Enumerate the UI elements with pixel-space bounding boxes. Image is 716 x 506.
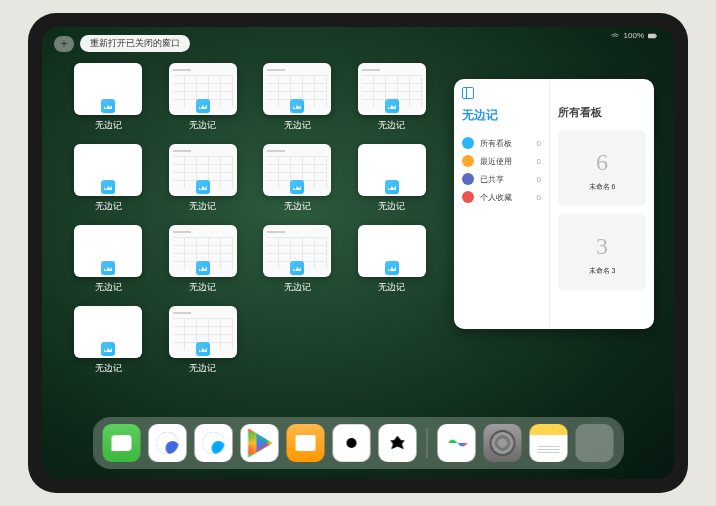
window-item[interactable]: 无边记: [70, 144, 147, 213]
window-thumbnail: [358, 144, 426, 196]
freeform-app-icon: [385, 261, 399, 275]
window-thumbnail: [358, 63, 426, 115]
dock-books-icon[interactable]: [287, 424, 325, 462]
screen: 100% + 重新打开已关闭的窗口 无边记无边记无边记无边记无边记无边记无边记无…: [42, 27, 674, 479]
dock-qq-hd-icon[interactable]: [149, 424, 187, 462]
window-thumbnail: [263, 63, 331, 115]
window-label: 无边记: [189, 281, 216, 294]
freeform-app-icon: [101, 180, 115, 194]
window-item[interactable]: 无边记: [259, 63, 336, 132]
nav-item[interactable]: 所有看板0: [462, 134, 541, 152]
freeform-app-icon: [196, 99, 210, 113]
battery-icon: [648, 33, 658, 39]
nav-icon: [462, 191, 474, 203]
board-thumbnail: 3: [584, 228, 620, 264]
panel-right-title: 所有看板: [558, 105, 646, 120]
freeform-app-icon: [385, 99, 399, 113]
sidebar-toggle-icon[interactable]: [462, 87, 474, 99]
window-item[interactable]: 无边记: [70, 306, 147, 375]
panel-content: 所有看板 6未命名 63未命名 3: [550, 79, 654, 329]
status-bar: 100%: [610, 31, 658, 40]
window-thumbnail: [358, 225, 426, 277]
freeform-app-icon: [385, 180, 399, 194]
dock-notes-icon[interactable]: [530, 424, 568, 462]
window-item[interactable]: 无边记: [70, 63, 147, 132]
window-item[interactable]: 无边记: [259, 144, 336, 213]
window-label: 无边记: [378, 281, 405, 294]
freeform-app-icon: [196, 180, 210, 194]
dock-qq-browser-icon[interactable]: [195, 424, 233, 462]
window-item[interactable]: 无边记: [259, 225, 336, 294]
nav-count: 0: [537, 175, 541, 184]
window-label: 无边记: [189, 200, 216, 213]
window-label: 无边记: [189, 119, 216, 132]
board-card[interactable]: 6未命名 6: [558, 130, 646, 206]
window-label: 无边记: [284, 281, 311, 294]
dock-dice-icon[interactable]: [333, 424, 371, 462]
window-thumbnail: [74, 144, 142, 196]
freeform-app-icon: [196, 261, 210, 275]
board-thumbnail: 6: [584, 144, 620, 180]
dock-play-video-icon[interactable]: [241, 424, 279, 462]
nav-count: 0: [537, 157, 541, 166]
panel-title: 无边记: [462, 107, 541, 124]
freeform-app-icon: [290, 99, 304, 113]
dock-freeform-icon[interactable]: [438, 424, 476, 462]
window-item[interactable]: 无边记: [354, 144, 431, 213]
battery-text: 100%: [624, 31, 644, 40]
window-label: 无边记: [189, 362, 216, 375]
wifi-icon: [610, 33, 620, 39]
window-thumbnail: [263, 225, 331, 277]
window-thumbnail: [169, 63, 237, 115]
nav-label: 最近使用: [480, 156, 512, 167]
window-thumbnail: [263, 144, 331, 196]
window-item[interactable]: 无边记: [165, 225, 242, 294]
dock-divider: [427, 428, 428, 458]
top-controls: + 重新打开已关闭的窗口: [54, 35, 190, 52]
dock-wechat-icon[interactable]: [103, 424, 141, 462]
reopen-closed-pill[interactable]: 重新打开已关闭的窗口: [80, 35, 190, 52]
nav-label: 已共享: [480, 174, 504, 185]
nav-count: 0: [537, 139, 541, 148]
nav-icon: [462, 137, 474, 149]
window-thumbnail: [74, 225, 142, 277]
window-item[interactable]: 无边记: [70, 225, 147, 294]
dock: [93, 417, 624, 469]
reopen-label: 重新打开已关闭的窗口: [90, 38, 180, 48]
panel-sidebar: 无边记 所有看板0最近使用0已共享0个人收藏0: [454, 79, 550, 329]
nav-icon: [462, 173, 474, 185]
window-item[interactable]: 无边记: [354, 63, 431, 132]
ipad-frame: 100% + 重新打开已关闭的窗口 无边记无边记无边记无边记无边记无边记无边记无…: [28, 13, 688, 493]
window-grid: 无边记无边记无边记无边记无边记无边记无边记无边记无边记无边记无边记无边记无边记无…: [70, 63, 430, 375]
freeform-panel[interactable]: ••• 无边记 所有看板0最近使用0已共享0个人收藏0 所有看板 6未命名 63…: [454, 79, 654, 329]
board-name: 未命名 3: [589, 266, 616, 276]
freeform-app-icon: [196, 342, 210, 356]
freeform-app-icon: [101, 342, 115, 356]
nav-icon: [462, 155, 474, 167]
nav-item[interactable]: 最近使用0: [462, 152, 541, 170]
board-card[interactable]: 3未命名 3: [558, 214, 646, 290]
dock-himalaya-icon[interactable]: [379, 424, 417, 462]
window-thumbnail: [169, 144, 237, 196]
window-thumbnail: [74, 306, 142, 358]
window-thumbnail: [74, 63, 142, 115]
window-item[interactable]: 无边记: [354, 225, 431, 294]
window-label: 无边记: [284, 200, 311, 213]
window-label: 无边记: [95, 200, 122, 213]
window-item[interactable]: 无边记: [165, 63, 242, 132]
window-item[interactable]: 无边记: [165, 144, 242, 213]
nav-item[interactable]: 个人收藏0: [462, 188, 541, 206]
plus-icon: +: [60, 37, 67, 51]
board-name: 未命名 6: [589, 182, 616, 192]
dock-app-folder-icon[interactable]: [576, 424, 614, 462]
add-window-button[interactable]: +: [54, 36, 74, 52]
nav-count: 0: [537, 193, 541, 202]
window-item[interactable]: 无边记: [165, 306, 242, 375]
dock-settings-icon[interactable]: [484, 424, 522, 462]
window-thumbnail: [169, 306, 237, 358]
freeform-app-icon: [290, 261, 304, 275]
nav-item[interactable]: 已共享0: [462, 170, 541, 188]
window-label: 无边记: [95, 119, 122, 132]
freeform-app-icon: [290, 180, 304, 194]
window-thumbnail: [169, 225, 237, 277]
